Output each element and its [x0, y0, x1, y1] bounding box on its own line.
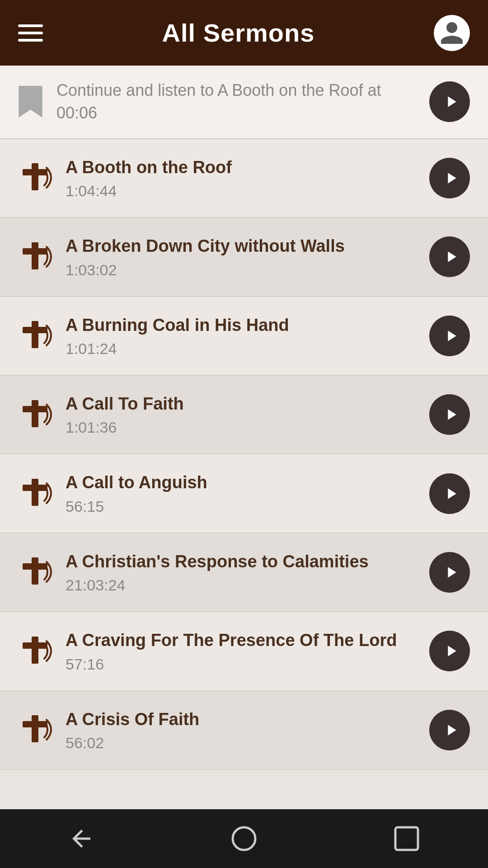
sermon-title: A Booth on the Roof: [66, 156, 420, 179]
play-button[interactable]: [429, 473, 470, 514]
sermon-duration: 56:15: [66, 498, 420, 515]
sermon-duration: 57:16: [66, 656, 420, 673]
bottom-nav: [0, 809, 488, 868]
sermon-info: A Crisis Of Faith 56:02: [66, 708, 420, 752]
page-title: All Sermons: [162, 18, 315, 47]
play-icon: [442, 721, 460, 739]
sermon-item: A Booth on the Roof 1:04:44: [0, 139, 488, 218]
sermon-info: A Burning Coal in His Hand 1:01:24: [66, 314, 420, 358]
sermon-title: A Christian's Response to Calamities: [66, 551, 420, 573]
play-icon: [442, 485, 460, 503]
sermon-info: A Broken Down City without Walls 1:03:02: [66, 235, 420, 278]
svg-rect-17: [395, 827, 418, 850]
profile-button[interactable]: [434, 15, 470, 51]
sermon-duration: 1:04:44: [66, 182, 420, 200]
sermon-info: A Call To Faith 1:01:36: [66, 393, 420, 436]
back-icon: [68, 825, 95, 852]
play-button[interactable]: [429, 316, 470, 356]
sermon-item: A Craving For The Presence Of The Lord 5…: [0, 612, 488, 691]
sermon-duration: 1:03:02: [66, 261, 420, 279]
play-icon: [442, 327, 460, 345]
sermon-item: A Call to Anguish 56:15: [0, 454, 488, 533]
play-icon: [442, 406, 460, 424]
svg-rect-0: [32, 163, 38, 190]
cross-icon: [18, 634, 52, 668]
play-icon: [442, 169, 460, 187]
svg-rect-6: [32, 400, 38, 427]
cross-icon: [18, 240, 52, 274]
play-button[interactable]: [429, 631, 470, 671]
cross-icon: [18, 319, 52, 353]
sermon-info: A Call to Anguish 56:15: [66, 472, 420, 515]
bookmark-icon: [18, 86, 43, 118]
sermon-duration: 21:03:24: [66, 576, 420, 594]
recent-icon: [393, 825, 420, 852]
svg-rect-10: [32, 557, 38, 585]
sermon-item: A Christian's Response to Calamities 21:…: [0, 533, 488, 612]
sermon-title: A Burning Coal in His Hand: [66, 314, 420, 336]
play-button[interactable]: [429, 710, 470, 750]
svg-rect-12: [32, 637, 38, 664]
sermon-title: A Call to Anguish: [66, 472, 420, 494]
sermon-list: A Booth on the Roof 1:04:44: [0, 139, 488, 809]
play-button[interactable]: [429, 158, 470, 198]
cross-icon: [18, 713, 52, 747]
sermon-duration: 1:01:24: [66, 340, 420, 358]
home-button[interactable]: [230, 825, 258, 852]
sermon-item: A Crisis Of Faith 56:02: [0, 691, 488, 770]
sermon-duration: 56:02: [66, 734, 420, 752]
sermon-item: A Burning Coal in His Hand 1:01:24: [0, 297, 488, 376]
sermon-duration: 1:01:36: [66, 419, 420, 436]
play-icon: [442, 93, 460, 111]
cross-icon: [18, 398, 52, 432]
play-button[interactable]: [429, 552, 470, 593]
app-header: All Sermons: [0, 0, 488, 66]
play-icon: [442, 248, 460, 266]
sermon-title: A Call To Faith: [66, 393, 420, 415]
svg-point-16: [233, 827, 255, 850]
profile-icon: [438, 19, 465, 47]
sermon-info: A Craving For The Presence Of The Lord 5…: [66, 629, 420, 673]
play-icon: [442, 563, 460, 581]
play-button[interactable]: [429, 236, 470, 277]
sermon-title: A Craving For The Presence Of The Lord: [66, 629, 420, 651]
cross-icon: [18, 555, 52, 589]
sermon-info: A Christian's Response to Calamities 21:…: [66, 551, 420, 594]
svg-rect-14: [32, 715, 38, 742]
cross-icon: [18, 476, 52, 510]
recent-button[interactable]: [393, 825, 420, 852]
sermon-item: A Call To Faith 1:01:36: [0, 376, 488, 454]
play-icon: [442, 642, 460, 660]
continue-banner[interactable]: Continue and listen to A Booth on the Ro…: [0, 66, 488, 139]
home-icon: [230, 825, 258, 852]
sermon-title: A Broken Down City without Walls: [66, 235, 420, 257]
svg-rect-4: [32, 321, 38, 348]
svg-rect-8: [32, 479, 38, 506]
svg-rect-2: [32, 242, 38, 269]
sermon-item: A Broken Down City without Walls 1:03:02: [0, 218, 488, 297]
play-button[interactable]: [429, 394, 470, 435]
continue-text: Continue and listen to A Booth on the Ro…: [56, 79, 420, 125]
menu-button[interactable]: [18, 24, 43, 42]
continue-play-button[interactable]: [429, 81, 470, 122]
sermon-info: A Booth on the Roof 1:04:44: [66, 156, 420, 200]
back-button[interactable]: [68, 825, 95, 852]
cross-icon: [18, 161, 52, 195]
sermon-title: A Crisis Of Faith: [66, 708, 420, 731]
